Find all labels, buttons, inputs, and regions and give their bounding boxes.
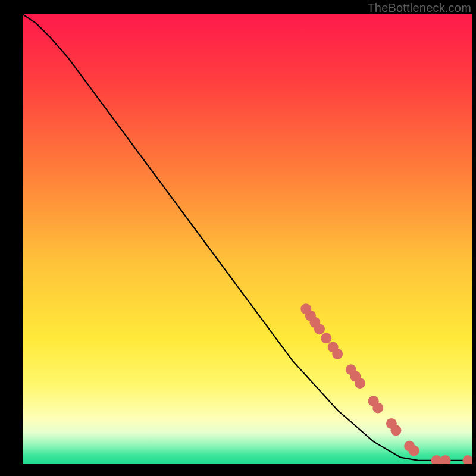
data-point — [314, 324, 325, 334]
data-point — [355, 378, 365, 389]
plot-area — [23, 14, 472, 464]
data-point — [372, 403, 383, 414]
data-point — [390, 425, 401, 436]
watermark-text: TheBottleneck.com — [367, 1, 471, 15]
data-point — [332, 349, 343, 359]
chart-svg — [23, 14, 472, 464]
gradient-background — [23, 14, 472, 464]
data-point — [321, 333, 331, 343]
chart-frame: TheBottleneck.com — [0, 0, 476, 476]
data-point — [409, 445, 419, 456]
